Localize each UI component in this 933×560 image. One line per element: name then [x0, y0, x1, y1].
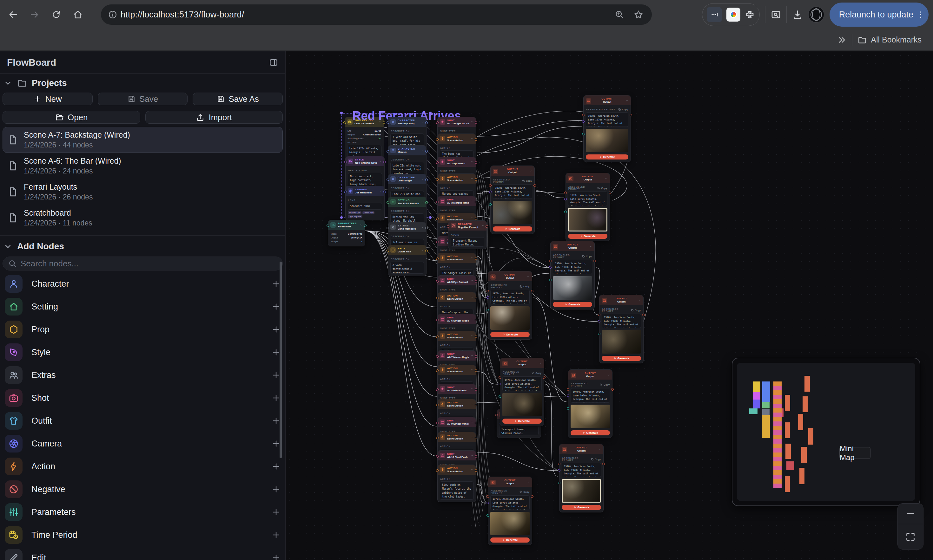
node-port[interactable]: [531, 495, 534, 498]
node-port[interactable]: [436, 422, 439, 424]
node-card-time[interactable]: TIME PERIOD Late 70s Atlanta Era1970sReg…: [345, 117, 384, 162]
node-port[interactable]: [475, 280, 477, 283]
section-text[interactable]: Standard 50mm: [348, 203, 382, 209]
chevron-down-icon[interactable]: [470, 217, 473, 219]
node-header[interactable]: ACTION Scene Action: [438, 465, 476, 475]
node-port[interactable]: [558, 469, 560, 472]
node-port[interactable]: [564, 198, 567, 200]
chevron-down-icon[interactable]: [421, 178, 424, 180]
copy-button[interactable]: Copy: [582, 255, 592, 258]
chevron-down-icon[interactable]: [470, 296, 473, 299]
node-port[interactable]: [475, 178, 477, 181]
node-port[interactable]: [531, 290, 534, 292]
node-port[interactable]: [567, 388, 569, 391]
node-port[interactable]: [534, 184, 536, 187]
new-project-button[interactable]: New: [3, 92, 93, 105]
node-port[interactable]: [475, 201, 477, 203]
node-header[interactable]: PARAMETERS Parameters: [328, 220, 365, 230]
chevron-down-icon[interactable]: [421, 149, 424, 152]
generate-button[interactable]: Generate: [568, 234, 608, 239]
node-port[interactable]: [344, 161, 347, 163]
chevron-down-icon[interactable]: [470, 368, 473, 371]
node-type-item-edit[interactable]: Edit: [0, 546, 285, 560]
node-port[interactable]: [564, 192, 567, 194]
output-node[interactable]: OUTPUT Output ASSEMBLED PROMPT Copy 1970…: [583, 95, 631, 162]
assembled-prompt-text[interactable]: 1970s, American South, Late 1970s Atlant…: [490, 290, 530, 305]
node-port[interactable]: [436, 437, 439, 439]
add-node-plus-icon[interactable]: [271, 485, 281, 494]
node-header[interactable]: SHOT A7-1 Singer on Amp: [438, 117, 476, 127]
minimap-screen[interactable]: [737, 363, 915, 501]
generated-image[interactable]: [553, 276, 592, 300]
section-text[interactable]: Late 20s white man, fair-skinned, light …: [390, 162, 424, 175]
node-header[interactable]: OUTPUT Output: [560, 444, 603, 454]
node-type-item-time-period[interactable]: Time Period: [0, 523, 285, 546]
generated-image[interactable]: [562, 479, 601, 503]
node-type-item-outfit[interactable]: Outfit: [0, 409, 285, 432]
chevron-down-icon[interactable]: [470, 200, 473, 203]
node-port[interactable]: [609, 192, 611, 194]
node-port[interactable]: [558, 463, 560, 465]
node-port[interactable]: [343, 122, 346, 124]
reload-icon[interactable]: [48, 6, 65, 23]
project-item[interactable]: Scratchboard1/24/2026 · 11 nodes: [3, 205, 283, 231]
node-port[interactable]: [436, 257, 439, 260]
assembled-prompt-text[interactable]: 1970s, American South, Late 1970s Atlant…: [568, 192, 608, 206]
node-port[interactable]: [436, 241, 439, 243]
node-card-camera[interactable]: CAMERA 70s Handheld LENSStandard 50mmSha…: [345, 186, 385, 220]
kebab-menu-icon[interactable]: [916, 10, 925, 19]
node-port[interactable]: [567, 394, 569, 397]
copy-button[interactable]: Copy: [618, 108, 628, 111]
node-port[interactable]: [383, 161, 386, 163]
node-card-character[interactable]: CHARACTER Mason (Child) DESCRIPTION7-yea…: [388, 117, 427, 149]
node-header[interactable]: ACTION Scene Action: [438, 174, 476, 184]
node-header[interactable]: OUTPUT Output: [551, 241, 594, 251]
node-port[interactable]: [475, 404, 477, 406]
node-header[interactable]: OUTPUT Output: [500, 358, 544, 368]
output-node[interactable]: OUTPUT Output ASSEMBLED PROMPT Copy 1970…: [500, 358, 544, 426]
node-port[interactable]: [447, 225, 449, 228]
node-port[interactable]: [436, 404, 439, 406]
node-header[interactable]: STYLE Noir Graphic Novel: [345, 156, 384, 166]
add-node-plus-icon[interactable]: [271, 553, 281, 560]
node-card-prop[interactable]: PROP Guitar Pick DESCRIPTIONA worn torto…: [388, 245, 427, 276]
node-header[interactable]: SETTING The Point Backstage: [388, 197, 426, 207]
section-text[interactable]: Transport Mason, Stadium Mason…: [499, 426, 538, 435]
chevron-down-icon[interactable]: [470, 354, 473, 357]
node-port[interactable]: [498, 376, 501, 379]
node-port[interactable]: [436, 138, 439, 141]
chevron-down-icon[interactable]: [360, 223, 363, 226]
node-port[interactable]: [543, 376, 546, 379]
copy-button[interactable]: Copy: [591, 458, 601, 461]
node-header[interactable]: ACTION Scene Action: [438, 292, 476, 302]
node-header[interactable]: SHOT A7-10 Final Push: [438, 451, 476, 460]
chevron-down-icon[interactable]: [470, 279, 473, 282]
node-port[interactable]: [436, 178, 439, 181]
copy-button[interactable]: Copy: [520, 491, 529, 494]
node-type-item-extras[interactable]: Extras: [0, 364, 285, 386]
node-header[interactable]: OUTPUT Output: [566, 173, 610, 183]
all-bookmarks-folder-icon[interactable]: [857, 35, 867, 45]
profile-avatar[interactable]: [808, 6, 825, 23]
generate-button[interactable]: Generate: [493, 226, 532, 231]
search-nodes-input[interactable]: [21, 259, 278, 269]
node-port[interactable]: [387, 227, 389, 229]
gallery-extension-icon[interactable]: [726, 8, 740, 22]
generated-image[interactable]: [571, 405, 610, 428]
node-port[interactable]: [436, 369, 439, 372]
node-header[interactable]: CAMERA 70s Handheld: [345, 186, 384, 196]
assembled-prompt-text[interactable]: 1970s, American South, Late 1970s Atlant…: [602, 314, 641, 328]
generate-button[interactable]: Generate: [586, 154, 628, 160]
node-port[interactable]: [425, 227, 428, 229]
node-port[interactable]: [425, 122, 428, 124]
chevron-down-icon[interactable]: [470, 318, 473, 321]
projects-section-header[interactable]: Projects: [0, 74, 285, 91]
output-node[interactable]: OUTPUT Output ASSEMBLED PROMPT Copy 1970…: [559, 444, 604, 512]
node-header[interactable]: CHARACTER Mason (Child): [388, 117, 426, 127]
node-port[interactable]: [425, 150, 428, 152]
search-nodes-box[interactable]: [3, 257, 283, 271]
node-port[interactable]: [436, 455, 439, 458]
node-port[interactable]: [642, 314, 645, 316]
node-header[interactable]: OUTPUT Output: [600, 295, 643, 305]
search-tabs-icon[interactable]: [771, 9, 781, 20]
